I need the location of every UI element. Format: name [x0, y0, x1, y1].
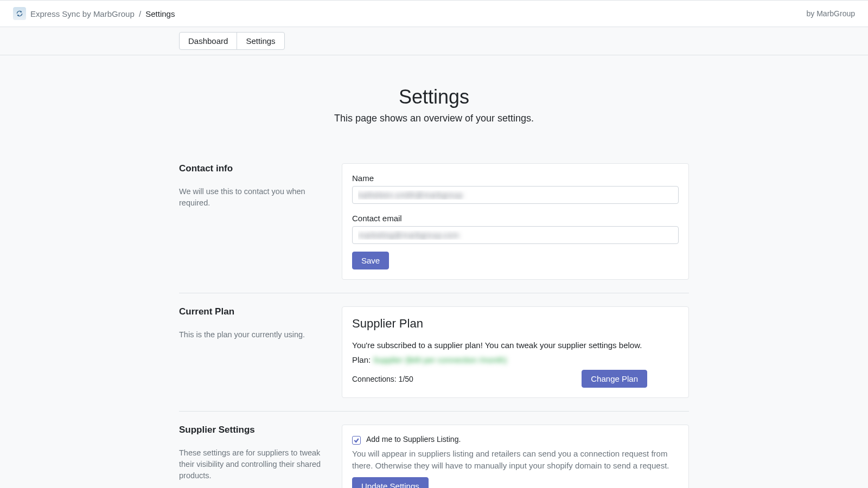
breadcrumb-app[interactable]: Express Sync by MarbGroup	[30, 9, 135, 18]
tab-settings[interactable]: Settings	[237, 32, 284, 50]
check-icon	[353, 437, 360, 444]
section-supplier-settings: Supplier Settings These settings are for…	[179, 411, 689, 488]
tab-group: Dashboard Settings	[179, 32, 285, 50]
breadcrumb: Express Sync by MarbGroup / Settings	[30, 9, 175, 18]
plan-line: Plan: Supplier ($49 per connection /mont…	[352, 355, 679, 364]
save-button[interactable]: Save	[352, 252, 389, 269]
section-contact-info: Contact info We will use this to contact…	[179, 150, 689, 293]
plan-label: Plan:	[352, 355, 371, 364]
connections-count: Connections: 1/50	[352, 375, 413, 383]
listing-helper: You will appear in suppliers listing and…	[352, 448, 679, 472]
contact-info-desc: We will use this to contact you when req…	[179, 186, 329, 209]
update-settings-button[interactable]: Update Settings	[352, 477, 429, 489]
change-plan-button[interactable]: Change Plan	[582, 370, 647, 388]
breadcrumb-separator: /	[139, 9, 141, 18]
current-plan-desc: This is the plan your currently using.	[179, 329, 329, 341]
supplier-settings-heading: Supplier Settings	[179, 425, 329, 435]
listing-checkbox[interactable]	[352, 436, 361, 445]
contact-info-heading: Contact info	[179, 163, 329, 174]
plan-title: Supplier Plan	[352, 317, 679, 331]
tab-bar: Dashboard Settings	[0, 27, 868, 55]
email-label: Contact email	[352, 214, 679, 223]
content: Settings This page shows an overview of …	[179, 55, 689, 488]
page-title: Settings	[179, 86, 689, 108]
plan-blurb: You're subscribed to a supplier plan! Yo…	[352, 341, 679, 350]
top-bar: Express Sync by MarbGroup / Settings by …	[0, 0, 868, 27]
supplier-settings-desc: These settings are for suppliers to twea…	[179, 447, 329, 481]
listing-checkbox-label: Add me to Suppliers Listing.	[366, 435, 461, 444]
tab-dashboard[interactable]: Dashboard	[179, 32, 237, 50]
supplier-settings-card: Add me to Suppliers Listing. You will ap…	[342, 425, 689, 488]
contact-info-card: Name Contact email Save	[342, 163, 689, 280]
page-subtitle: This page shows an overview of your sett…	[179, 113, 689, 124]
section-current-plan: Current Plan This is the plan your curre…	[179, 293, 689, 411]
current-plan-heading: Current Plan	[179, 306, 329, 317]
name-label: Name	[352, 174, 679, 183]
current-plan-card: Supplier Plan You're subscribed to a sup…	[342, 306, 689, 398]
plan-value: Supplier ($49 per connection /month)	[373, 355, 507, 364]
name-input[interactable]	[352, 186, 679, 204]
breadcrumb-current: Settings	[145, 9, 175, 18]
email-input[interactable]	[352, 226, 679, 244]
app-logo-icon	[13, 7, 26, 20]
vendor-tag: by MarbGroup	[807, 9, 855, 18]
